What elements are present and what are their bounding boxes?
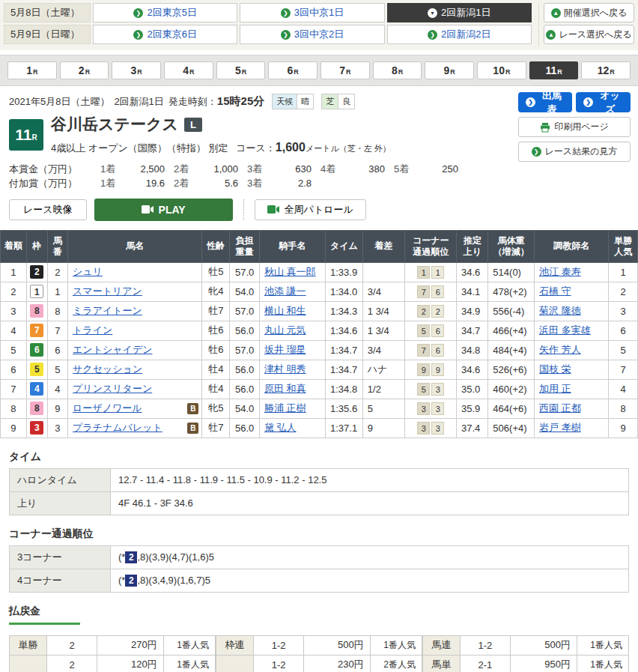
weight-carried: 56.0 [230, 418, 260, 438]
col-last3f: 推定 上り [457, 230, 488, 262]
furlong-time-value: 12.7 - 11.4 - 11.8 - 11.9 - 11.5 - 10.9 … [111, 468, 629, 491]
meeting-link-tokyo6[interactable]: ❯2回東京6日 [93, 25, 237, 44]
date-text: 5月8日（土曜） [10, 6, 79, 19]
frame-number: 8 [30, 304, 43, 318]
sex-age: 牡6 [202, 340, 230, 360]
corner-order-cell: 22 [405, 301, 457, 321]
trainer-link[interactable]: 石橋 守 [539, 285, 571, 297]
turf-label: 芝 [322, 94, 338, 109]
race-tab-1r[interactable]: 1R [7, 61, 57, 79]
leader-highlight: 2 [125, 575, 137, 587]
arrow-right-icon: ❯ [281, 30, 291, 40]
corner-section-title: コーナー通過順位 [9, 527, 629, 541]
popularity: 5 [609, 340, 638, 360]
race-tab-4r[interactable]: 4R [164, 61, 213, 79]
sex-age: 牡7 [202, 301, 230, 321]
bodyweight: 460(+2) [488, 379, 535, 399]
horse-name-link[interactable]: トライン [73, 324, 112, 337]
race-tab-10r[interactable]: 10R [477, 61, 526, 79]
patrol-video-button[interactable]: 全周パトロール [255, 199, 366, 220]
jockey-link[interactable]: 原田 和真 [264, 383, 306, 394]
going-value: 良 [338, 94, 354, 109]
frame-number: 6 [30, 343, 43, 357]
odds-button[interactable]: ❯オッズ [576, 92, 631, 112]
race-tab-11r-selected[interactable]: 11R [529, 61, 579, 79]
horse-name-link[interactable]: ローザノワール [73, 402, 142, 415]
horse-name-link[interactable]: プリンスリターン [73, 382, 152, 396]
race-video-row: レース映像 PLAY 全周パトロール [0, 191, 638, 228]
last3f: 35.0 [457, 379, 488, 399]
finish-position: 6 [1, 360, 27, 379]
trainer-link[interactable]: 国枝 栄 [539, 363, 571, 375]
race-tab-6r[interactable]: 6R [268, 61, 318, 79]
meeting-link-niigata1-selected[interactable]: ▼2回新潟1日 [387, 3, 532, 22]
horse-name-link[interactable]: プラチナムバレット [73, 421, 162, 435]
meeting-link-tokyo5[interactable]: ❯2回東京5日 [93, 3, 237, 22]
popularity: 7 [609, 360, 638, 379]
horse-name-link[interactable]: サクセッション [73, 363, 142, 376]
wide-label: ワイド [216, 655, 254, 672]
horse-name-link[interactable]: スマートリアン [73, 285, 142, 298]
last3f: 35.9 [457, 399, 488, 418]
finish-position: 4 [1, 321, 27, 340]
meeting-link-chukyo2[interactable]: ❯3回中京2日 [240, 25, 384, 44]
race-tab-5r[interactable]: 5R [216, 61, 266, 79]
bodyweight: 506(+4) [488, 418, 535, 438]
horse-name-cell: ローザノワールB [68, 399, 202, 418]
horse-name-link[interactable]: エントシャイデン [73, 343, 152, 357]
jockey-link[interactable]: 丸山 元気 [264, 324, 306, 336]
horse-number: 7 [47, 321, 67, 340]
jockey-link[interactable]: 横山 和生 [264, 305, 306, 316]
trainer-link[interactable]: 菊沢 隆徳 [539, 305, 581, 316]
date-text: 5月9日（日曜） [10, 28, 79, 41]
jockey-link[interactable]: 黛 弘人 [264, 422, 297, 433]
trainer-cell: 国枝 栄 [535, 360, 609, 379]
race-tab-12r[interactable]: 12R [581, 61, 631, 79]
race-tab-3r[interactable]: 3R [112, 61, 161, 79]
result-row-3: 3 8 8 ミラアイトーン 牡7 57.0 横山 和生 1:34.3 1 3/4… [1, 301, 638, 321]
jockey-link[interactable]: 池添 謙一 [264, 285, 306, 297]
meeting-link-niigata2[interactable]: ❯2回新潟2日 [387, 25, 532, 44]
frame-cell: 4 [26, 379, 47, 399]
meeting-link-chukyo1[interactable]: ❯3回中京1日 [240, 3, 384, 22]
weight-carried: 56.0 [230, 379, 260, 399]
race-tab-2r[interactable]: 2R [60, 61, 109, 79]
jockey-link[interactable]: 坂井 瑠星 [264, 344, 306, 355]
jockey-link[interactable]: 秋山 真一郎 [264, 266, 316, 277]
jockey-link[interactable]: 勝浦 正樹 [264, 402, 306, 414]
trainer-link[interactable]: 浜田 多実雄 [539, 324, 591, 336]
last3f: 34.9 [457, 301, 488, 321]
back-to-meeting-select-button[interactable]: ▲開催選択へ戻る [544, 3, 634, 22]
trainer-link[interactable]: 岩戸 孝樹 [539, 422, 581, 433]
jockey-link[interactable]: 津村 明秀 [264, 363, 306, 375]
trainer-link[interactable]: 矢作 芳人 [539, 344, 581, 355]
frame-cell: 2 [26, 262, 47, 282]
margin: 1 3/4 [362, 321, 404, 340]
race-tab-9r[interactable]: 9R [425, 61, 474, 79]
popularity: 2 [609, 282, 638, 301]
arrow-right-icon: ❯ [428, 30, 437, 40]
horse-name-link[interactable]: シュリ [73, 265, 103, 279]
race-tab-8r[interactable]: 8R [373, 61, 422, 79]
finish-position: 8 [1, 399, 27, 418]
frame-number: 5 [30, 363, 43, 376]
win-label: 単勝 [10, 635, 47, 655]
horse-number: 8 [47, 301, 67, 321]
horse-name-link[interactable]: ミラアイトーン [73, 304, 142, 318]
frame-number: 1 [30, 285, 43, 298]
back-to-race-select-button[interactable]: ▲レース選択へ戻る [544, 25, 634, 44]
trainer-link[interactable]: 西園 正都 [539, 402, 581, 414]
race-tab-7r[interactable]: 7R [320, 61, 370, 79]
popularity: 8 [609, 399, 638, 418]
video-camera-icon [142, 205, 154, 214]
trainer-link[interactable]: 加用 正 [539, 383, 571, 394]
sex-age: 牝5 [202, 399, 230, 418]
trainer-link[interactable]: 池江 泰寿 [539, 266, 581, 277]
print-page-button[interactable]: 印刷用ページ [518, 117, 631, 137]
shutsuba-button[interactable]: ❯出馬表 [518, 92, 572, 112]
arrow-right-icon: ❯ [583, 97, 593, 107]
how-to-read-results-button[interactable]: ❯レース結果の見方 [518, 142, 631, 162]
play-video-button[interactable]: PLAY [94, 199, 233, 221]
jockey-cell: 秋山 真一郎 [259, 262, 325, 282]
finish-position: 1 [1, 262, 27, 282]
